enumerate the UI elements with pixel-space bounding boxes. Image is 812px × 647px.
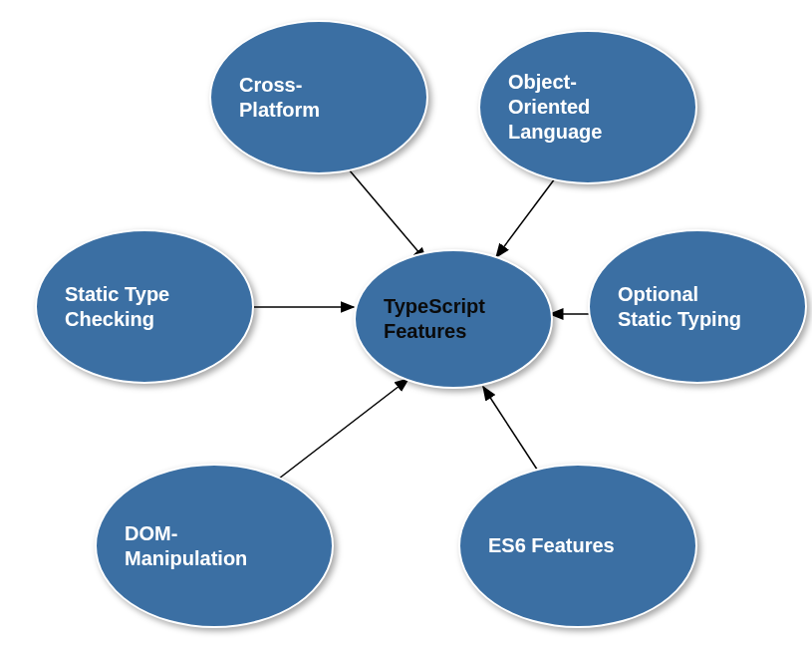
diagram-stage: Cross- Platform Object- Oriented Languag… (0, 0, 812, 647)
arrow-object-oriented (496, 174, 558, 257)
node-label: Static Type Checking (65, 282, 169, 332)
arrow-cross-platform (349, 169, 426, 261)
node-static-type-checking: Static Type Checking (35, 229, 254, 384)
node-label: ES6 Features (488, 533, 615, 558)
node-cross-platform: Cross- Platform (209, 20, 428, 174)
node-label: TypeScript Features (384, 294, 485, 344)
node-label: Optional Static Typing (618, 282, 741, 332)
arrow-es6-features (483, 387, 543, 479)
node-object-oriented: Object- Oriented Language (478, 30, 697, 184)
node-label: DOM- Manipulation (125, 521, 247, 571)
node-label: Cross- Platform (239, 73, 320, 123)
node-optional-static-typing: Optional Static Typing (588, 229, 807, 384)
node-center-typescript-features: TypeScript Features (354, 249, 553, 389)
node-label: Object- Oriented Language (508, 70, 602, 145)
arrow-dom-manipulation (279, 379, 408, 479)
node-es6-features: ES6 Features (458, 464, 697, 628)
node-dom-manipulation: DOM- Manipulation (95, 464, 334, 628)
